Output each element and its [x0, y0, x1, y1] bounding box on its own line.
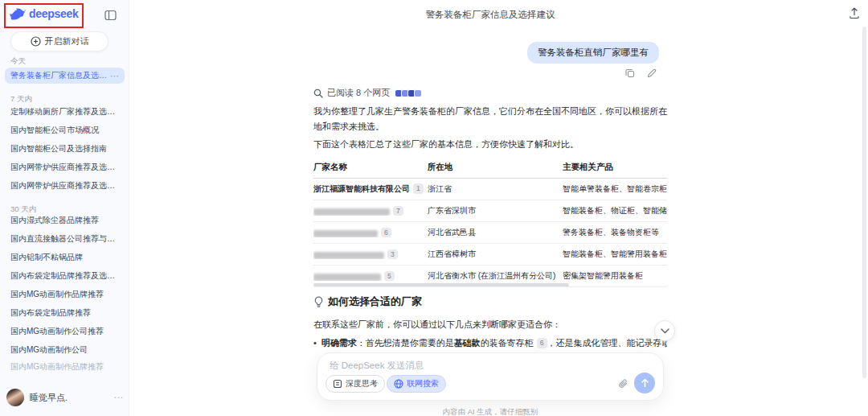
sidebar-item[interactable]: 国内MG动画制作公司: [10, 344, 121, 356]
share-icon[interactable]: [849, 7, 860, 19]
copy-icon[interactable]: [625, 68, 635, 78]
web-search-label: 联网搜索: [407, 378, 439, 389]
manufacturer-location: 广东省深圳市: [428, 205, 563, 216]
sidebar-item[interactable]: 国内布袋定制品牌推荐: [10, 307, 121, 319]
user-options-icon[interactable]: ⋯: [113, 392, 124, 403]
new-chat-label: 开启新对话: [45, 35, 89, 47]
sidebar-item[interactable]: 国内MG动画制作公司推荐: [10, 326, 121, 337]
section-label-today: 今天: [10, 56, 26, 67]
manufacturer-location: 浙江省: [428, 183, 563, 195]
sidebar-item[interactable]: 定制移动厕所厂家推荐及选择建议: [10, 106, 121, 117]
citation-badge[interactable]: 7: [393, 206, 403, 216]
bullet-text: ，还是集成化管理、能记录存取轨迹的: [547, 338, 667, 348]
table-row: 7 广东省深圳市 智能装备柜、物证柜、智能储物柜等: [313, 200, 667, 222]
sidebar-item[interactable]: 国内MG动画制作品牌推荐: [10, 289, 121, 300]
window-scrollbar[interactable]: [862, 27, 866, 378]
composer[interactable]: 深度思考 联网搜索: [317, 352, 664, 401]
citation-badge[interactable]: 3: [387, 249, 398, 260]
user-name: 睡觉早点.: [30, 392, 108, 404]
redacted-manufacturer-name: [313, 230, 378, 237]
redacted-manufacturer-name: [313, 252, 384, 259]
message-input[interactable]: [330, 360, 639, 376]
redacted-manufacturer-name: [313, 208, 390, 216]
redacted-manufacturer-name: [313, 274, 381, 281]
plus-circle-icon: [31, 36, 41, 47]
citation-badge[interactable]: 6: [537, 338, 547, 348]
manufacturer-location: 河北省武邑县: [428, 227, 563, 238]
edit-icon[interactable]: [647, 68, 657, 78]
paperclip-icon[interactable]: [618, 378, 628, 389]
bullet-text: 的装备寄存柜: [481, 338, 534, 348]
sidebar-item[interactable]: 国内网带炉供应商推荐及选择指南: [10, 162, 121, 173]
arrow-up-icon: [641, 378, 649, 388]
annotation-red-box: [4, 3, 84, 28]
manufacturer-products: 警务装备柜、装备物资柜等: [563, 227, 667, 238]
sidebar-item[interactable]: 国内智能柜公司市场概况: [10, 125, 121, 136]
chat-main: 警务装备柜厂家信息及选择建议 警务装备柜直销厂家哪里有: [130, 0, 868, 416]
column-header: 主要相关产品: [563, 162, 667, 173]
send-button[interactable]: [634, 373, 655, 393]
favicon: [414, 89, 422, 97]
new-chat-button[interactable]: 开启新对话: [10, 31, 108, 51]
sidebar: deepseek 开启新对话 今天 警务装备柜厂家信息及选择建议 ⋯ 7 天内 …: [0, 0, 129, 416]
sidebar-item-label: 警务装备柜厂家信息及选择建议: [10, 70, 110, 81]
sidebar-item[interactable]: 国内湿式除尘器品牌推荐: [10, 215, 121, 226]
column-header: 厂家名称: [313, 162, 428, 173]
avatar: [6, 389, 24, 406]
manufacturer-products: 智能单警装备柜、智能卷宗柜、物证: [563, 183, 667, 195]
section-heading-text: 如何选择合适的厂家: [328, 294, 422, 309]
bullet-bold: 基础款: [454, 338, 481, 348]
chevron-down-icon: [661, 328, 669, 334]
assistant-paragraph: 我为你整理了几家生产警务装备柜的厂家信息，它们分布在全国不同地区，你可以根据所在…: [313, 104, 667, 134]
citation-badge[interactable]: 1: [413, 183, 424, 194]
section-label-7days: 7 天内: [10, 94, 32, 105]
manufacturer-products: 智能装备柜、物证柜、智能储物柜等: [563, 205, 667, 216]
source-favicons[interactable]: [396, 89, 422, 97]
deepthink-toggle[interactable]: 深度思考: [326, 375, 385, 393]
assistant-paragraph: 在联系这些厂家前，你可以通过以下几点来判断哪家更适合你：: [313, 317, 667, 332]
globe-icon: [394, 379, 403, 389]
user-profile[interactable]: 睡觉早点. ⋯: [6, 385, 124, 410]
manufacturer-name: 浙江福源智能科技有限公司: [313, 184, 410, 193]
assistant-paragraph: 下面这个表格汇总了这些厂家的基本信息，方便你快速了解和对比。: [313, 137, 667, 152]
search-status-text: 已阅读 8 个网页: [327, 87, 390, 99]
citation-badge[interactable]: 5: [384, 271, 395, 282]
sidebar-collapse-icon[interactable]: [104, 10, 117, 21]
magnifier-icon: [313, 89, 323, 98]
scroll-to-bottom-button[interactable]: [654, 320, 675, 341]
manufacturer-products: 密集架智能警用装备柜: [563, 270, 667, 282]
section-label-30days: 30 天内: [10, 204, 36, 215]
deepthink-label: 深度思考: [346, 378, 378, 389]
lightbulb-icon: [313, 296, 324, 307]
web-search-status[interactable]: 已阅读 8 个网页: [313, 87, 422, 99]
table-horizontal-scrollbar[interactable]: [313, 283, 569, 286]
bullet-dot: •: [313, 338, 317, 348]
citation-badge[interactable]: 6: [381, 228, 391, 238]
ai-disclaimer: 内容由 AI 生成，请仔细甄别: [313, 407, 667, 416]
web-search-toggle[interactable]: 联网搜索: [387, 375, 446, 393]
sidebar-item[interactable]: 国内智能柜公司及选择指南: [10, 143, 121, 154]
chat-content: 警务装备柜直销厂家哪里有: [313, 0, 667, 416]
sidebar-item[interactable]: 国内直流接触器公司推荐与选择...: [10, 233, 121, 245]
user-message-bubble: 警务装备柜直销厂家哪里有: [527, 42, 659, 64]
table-row: 6 河北省武邑县 警务装备柜、装备物资柜等: [313, 222, 667, 244]
sidebar-item[interactable]: 国内网带炉供应商推荐及选择指南: [10, 180, 121, 192]
sidebar-item[interactable]: 国内铝制不粘锅品牌: [10, 252, 121, 263]
bullet-bold: 明确需求: [321, 338, 357, 348]
manufacturer-location: 河北省衡水市 (在浙江温州有分公司): [428, 270, 563, 282]
bullet-text: ：首先想清楚你需要的是: [357, 338, 454, 348]
sidebar-item[interactable]: 国内MG动画制作品牌推荐: [10, 361, 121, 373]
manufacturer-products: 智能装备柜、智能警用装备柜等: [563, 249, 667, 260]
chat-options-icon[interactable]: ⋯: [110, 72, 120, 80]
message-actions: [625, 68, 657, 78]
section-heading: 如何选择合适的厂家: [313, 294, 422, 309]
manufacturer-table: 厂家名称 所在地 主要相关产品 浙江福源智能科技有限公司1 浙江省 智能单警装备…: [313, 157, 667, 287]
table-row: 浙江福源智能科技有限公司1 浙江省 智能单警装备柜、智能卷宗柜、物证: [313, 179, 667, 200]
table-header-row: 厂家名称 所在地 主要相关产品: [313, 157, 667, 179]
bullet-item: •明确需求：首先想清楚你需要的是基础款的装备寄存柜6，还是集成化管理、能记录存取…: [313, 337, 667, 349]
sidebar-item[interactable]: 国内布袋定制品牌推荐及选择指南: [10, 270, 121, 282]
table-row: 3 江西省樟树市 智能装备柜、智能警用装备柜等: [313, 244, 667, 266]
sidebar-item-current-chat[interactable]: 警务装备柜厂家信息及选择建议 ⋯: [5, 68, 125, 84]
deepthink-icon: [333, 379, 342, 389]
manufacturer-location: 江西省樟树市: [428, 249, 563, 260]
